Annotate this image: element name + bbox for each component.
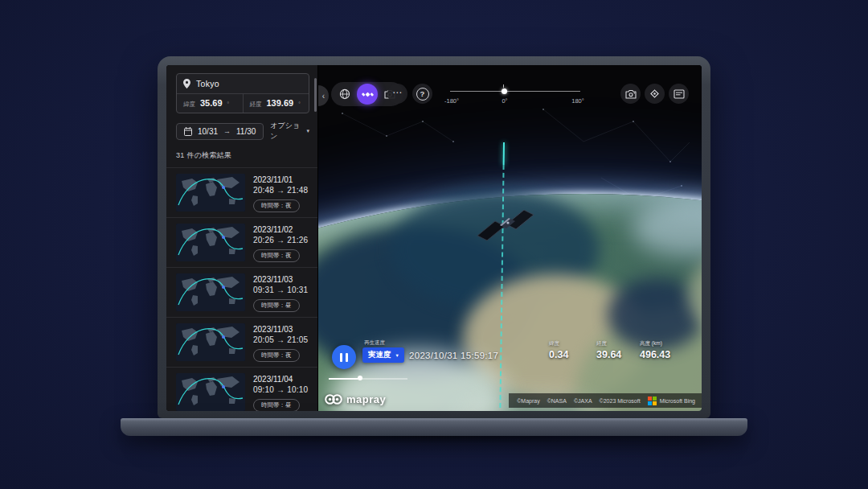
sidebar-scrollbar[interactable] [314, 78, 317, 112]
heading-min-label: -180° [444, 97, 459, 105]
laptop-screen-bezel: Tokyo 緯度 35.69 ° 経度 139.69 ° [158, 56, 710, 418]
list-item[interactable]: 2023/11/02 20:26 → 21:26 時間帯：夜 [166, 217, 317, 267]
stat-value: 496.43 [640, 349, 670, 360]
bing-label: Microsoft Bing [660, 398, 695, 404]
orbit-thumbnail [176, 273, 245, 311]
timeband-badge: 時間帯：昼 [253, 299, 300, 312]
simulation-datetime: 2023/10/31 15:59:17 [409, 351, 498, 360]
stat-label: 経度 [596, 340, 621, 347]
help-button[interactable]: ? [412, 84, 432, 104]
location-pin-icon [183, 79, 190, 88]
latitude-field[interactable]: 緯度 35.69 ° [177, 94, 243, 113]
timeline-thumb[interactable] [358, 376, 362, 380]
result-time-range: 20:05 → 21:05 [253, 335, 308, 344]
stat-value: 39.64 [596, 349, 621, 360]
microsoft-logo-icon [648, 397, 657, 405]
orbit-thumbnail [176, 174, 245, 212]
date-range-start: 10/31 [198, 127, 218, 136]
mapray-logo-text: mapray [346, 393, 386, 405]
chevron-left-icon: ‹ [322, 92, 325, 101]
search-sidebar: Tokyo 緯度 35.69 ° 経度 139.69 ° [166, 65, 318, 411]
result-date: 2023/11/01 [253, 175, 308, 184]
results-count: 31 件の検索結果 [176, 150, 309, 161]
credit-nasa: ©NASA [547, 398, 567, 404]
timeband-badge: 時間帯：夜 [253, 249, 300, 262]
globe-viewport[interactable]: ‹ [318, 65, 702, 411]
screenshot-button[interactable] [620, 84, 641, 104]
layers-icon [674, 89, 685, 99]
result-date: 2023/11/03 [253, 325, 308, 334]
result-time-range: 09:10 → 10:10 [253, 385, 308, 394]
longitude-value: 139.69 [267, 98, 294, 108]
satellite-longitude-stat: 経度 39.64 [596, 340, 621, 360]
stat-value: 0.34 [549, 349, 568, 360]
laptop-base [121, 418, 747, 436]
pause-icon [340, 353, 342, 362]
compass-button[interactable] [645, 84, 665, 104]
stat-label: 緯度 [549, 340, 568, 347]
ellipsis-icon: ⋯ [392, 87, 403, 98]
camera-capture-icon [625, 89, 637, 99]
orbit-thumbnail [176, 373, 245, 411]
longitude-unit: ° [298, 101, 301, 107]
help-icon: ? [416, 88, 429, 101]
chevron-down-icon: ▾ [396, 352, 399, 359]
heading-slider-tick [503, 84, 504, 88]
globe-icon [339, 88, 350, 100]
app-window: Tokyo 緯度 35.69 ° 経度 139.69 ° [166, 65, 702, 411]
playback-speed-label: 再生速度 [364, 339, 385, 347]
credit-jaxa: ©JAXA [574, 398, 592, 404]
search-query: Tokyo [196, 79, 219, 88]
list-item[interactable]: 2023/11/01 20:48 → 21:48 時間帯：夜 [166, 167, 317, 217]
result-time-range: 20:48 → 21:48 [253, 186, 308, 195]
options-dropdown[interactable]: オプション ▾ [270, 121, 309, 142]
date-range-picker[interactable]: 10/31 → 11/30 [176, 123, 264, 140]
latitude-value: 35.69 [200, 98, 223, 108]
orbit-thumbnail [176, 323, 245, 361]
timeband-badge: 時間帯：夜 [253, 349, 300, 362]
longitude-field[interactable]: 経度 139.69 ° [243, 94, 309, 113]
satellite-view-button[interactable] [357, 84, 378, 105]
satellite-latitude-stat: 緯度 0.34 [549, 340, 568, 360]
attribution-bar: ©Mapray ©NASA ©JAXA ©2023 Microsoft Micr… [509, 393, 702, 408]
globe-view-button[interactable] [335, 84, 354, 104]
options-label: オプション [270, 121, 303, 142]
timeband-badge: 時間帯：昼 [253, 399, 300, 411]
mapray-owl-icon [325, 393, 342, 405]
location-search-panel: Tokyo 緯度 35.69 ° 経度 139.69 ° [176, 73, 309, 113]
date-range-end: 11/30 [236, 127, 256, 136]
bing-attribution: Microsoft Bing [648, 397, 695, 405]
satellite-altitude-stat: 高度 (km) 496.43 [640, 340, 670, 360]
heading-slider-track[interactable] [450, 91, 580, 92]
orbit-thumbnail [176, 224, 245, 261]
latitude-unit: ° [227, 101, 230, 107]
pause-button[interactable] [332, 345, 356, 369]
satellite-icon [362, 88, 374, 101]
result-date: 2023/11/02 [253, 225, 308, 234]
list-item[interactable]: 2023/11/04 09:10 → 10:10 時間帯：昼 [166, 367, 317, 411]
result-time-range: 09:31 → 10:31 [253, 286, 308, 294]
result-date: 2023/11/04 [253, 375, 308, 384]
stat-label: 高度 (km) [640, 340, 670, 347]
diamond-icon [649, 88, 660, 99]
credit-mapray: ©Mapray [517, 398, 540, 404]
playback-speed-dropdown[interactable]: 実速度 ▾ [362, 347, 404, 363]
search-input[interactable]: Tokyo [177, 74, 309, 94]
chevron-down-icon: ▾ [306, 128, 309, 134]
timeline-slider[interactable] [329, 376, 407, 381]
timeband-badge: 時間帯：夜 [253, 199, 300, 212]
satellite-model [476, 210, 534, 255]
more-options-button[interactable]: ⋯ [387, 84, 407, 104]
heading-slider-thumb[interactable] [502, 88, 507, 94]
layers-button[interactable] [669, 84, 689, 104]
mapray-logo: mapray [325, 393, 386, 405]
list-item[interactable]: 2023/11/03 20:05 → 21:05 時間帯：夜 [166, 317, 317, 367]
list-item[interactable]: 2023/11/03 09:31 → 10:31 時間帯：昼 [166, 267, 317, 317]
heading-center-label: 0° [502, 97, 507, 105]
results-list: 2023/11/01 20:48 → 21:48 時間帯：夜 [166, 167, 317, 411]
credit-microsoft: ©2023 Microsoft [600, 398, 641, 404]
coordinates-row: 緯度 35.69 ° 経度 139.69 ° [177, 94, 309, 113]
result-date: 2023/11/03 [253, 275, 308, 284]
sidebar-collapse-handle[interactable]: ‹ [318, 85, 329, 106]
date-range-block: 10/31 → 11/30 オプション ▾ [176, 121, 309, 142]
